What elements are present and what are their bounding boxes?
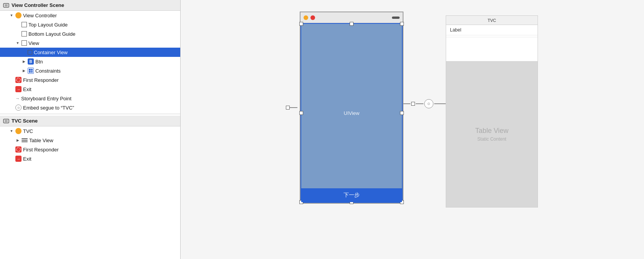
scene2-icon (3, 119, 9, 123)
vc-phone-frame: UIView 下一步 (300, 12, 403, 204)
main-canvas: ⊙ ▶ UIView 下一步 (181, 0, 644, 259)
uiview-label: UIView (344, 110, 360, 116)
conn-line2 (434, 103, 446, 104)
embed-icon: ⊙ (15, 105, 22, 111)
right-line (403, 103, 410, 104)
tree-item-first-responder[interactable]: First Responder (0, 75, 180, 85)
tree-item-btn[interactable]: B Btn (0, 57, 180, 66)
tvc-header-text: TVC (488, 18, 496, 23)
vc-label: View Controller (23, 13, 57, 18)
square-icon-container (28, 50, 32, 55)
square-icon-bottom (22, 31, 27, 37)
arrow-view-controller (9, 13, 14, 18)
arrow-entry-icon: → (15, 96, 20, 101)
dot-yellow (304, 15, 308, 20)
handle-tr[interactable] (400, 22, 404, 26)
vc-btn-bar: 下一步 (301, 188, 402, 202)
scene1-icon (3, 3, 9, 8)
view-label: View (28, 40, 39, 46)
square-icon-top (22, 22, 27, 27)
tvc-label: TVC (23, 128, 33, 134)
lines-icon (22, 138, 28, 143)
yellow-circle-icon (15, 12, 22, 18)
handle-tc[interactable] (350, 22, 354, 26)
left-stub-area (286, 106, 297, 110)
svg-rect-1 (5, 4, 8, 7)
tree-item-first-responder-2[interactable]: First Responder (0, 145, 180, 154)
vc-mockup: ⊙ ▶ UIView 下一步 (300, 12, 403, 204)
tvc-label-text: Label (450, 27, 461, 33)
btn-label: Btn (35, 59, 43, 65)
embed-segue-label: Embed segue to “TVC” (23, 105, 74, 111)
scene2-title: TVC Scene (12, 118, 38, 124)
tvc-tableview: Table View Static Content (446, 61, 538, 207)
red-arrow-icon: → (15, 86, 22, 92)
yellow-circle-tvc-icon (15, 128, 22, 134)
tree-item-top-layout[interactable]: Top Layout Guide (0, 20, 180, 29)
b-icon: B (28, 58, 34, 65)
tree-item-exit-2[interactable]: → Exit (0, 154, 180, 163)
tree-item-view-controller[interactable]: View Controller (0, 11, 180, 20)
arrow-tvc (9, 129, 14, 133)
bottom-layout-label: Bottom Layout Guide (28, 31, 75, 37)
exit-2-label: Exit (23, 156, 32, 162)
right-handle (411, 102, 415, 106)
tree-item-exit[interactable]: → Exit (0, 85, 180, 94)
arrow-view (15, 41, 20, 45)
scene2-header: TVC Scene (0, 116, 180, 126)
table-view-label: Table View (29, 138, 53, 143)
first-responder-2-label: First Responder (23, 147, 58, 153)
square-icon-view (22, 40, 27, 46)
scene1-header: View Controller Scene (0, 0, 180, 11)
tvc-divider (446, 37, 538, 37)
container-view-label: Container View (34, 50, 68, 55)
tvc-label-row: Label (446, 25, 538, 35)
dot-dark (392, 17, 400, 19)
left-line (290, 107, 297, 108)
tvc-tableview-sub: Static Content (477, 136, 506, 142)
tree-item-table-view[interactable]: Table View (0, 136, 180, 145)
tree-item-embed-segue[interactable]: ⊙ Embed segue to “TVC” (0, 103, 180, 112)
tree-item-bottom-layout[interactable]: Bottom Layout Guide (0, 29, 180, 38)
conn-circle: ⊙ (424, 99, 433, 108)
conn-line1 (416, 103, 423, 104)
tree-item-tvc[interactable]: TVC (0, 126, 180, 136)
constraints-label: Constraints (35, 68, 61, 74)
arrow-btn (22, 59, 26, 64)
btn-text: 下一步 (344, 192, 360, 199)
top-layout-label: Top Layout Guide (28, 22, 68, 28)
tvc-header: TVC (446, 16, 538, 25)
exit-label: Exit (23, 86, 32, 92)
vc-content: UIView 下一步 (300, 23, 403, 203)
handle-tl[interactable] (299, 22, 303, 26)
tree-item-view[interactable]: View (0, 38, 180, 48)
handle-ml[interactable] (299, 111, 303, 115)
left-handle (286, 106, 290, 110)
red-arrow-icon-2: → (15, 156, 22, 162)
red-cube-icon (15, 77, 22, 83)
tree-item-container-view[interactable]: Container View (0, 48, 180, 57)
left-panel: View Controller Scene View Controller To… (0, 0, 181, 259)
red-cube-icon-2 (15, 146, 22, 153)
scene1-title: View Controller Scene (12, 2, 64, 8)
tree-item-storyboard-entry[interactable]: → Storyboard Entry Point (0, 94, 180, 103)
arrow-table-view (15, 138, 20, 143)
arrow-constraints (22, 68, 26, 73)
dot-red (310, 15, 315, 20)
grid-icon (28, 68, 34, 74)
vc-top-bar (300, 12, 403, 23)
panel-divider (0, 114, 180, 114)
right-connector: ⊙ ▶ (403, 99, 450, 108)
svg-rect-3 (5, 120, 8, 122)
tvc-tableview-label: Table View (475, 127, 509, 135)
first-responder-label: First Responder (23, 77, 58, 83)
handle-mr[interactable] (400, 111, 404, 115)
tree-item-constraints[interactable]: Constraints (0, 66, 180, 75)
tvc-mockup: TVC Label Table View Static Content (446, 15, 538, 208)
storyboard-entry-label: Storyboard Entry Point (21, 96, 71, 101)
